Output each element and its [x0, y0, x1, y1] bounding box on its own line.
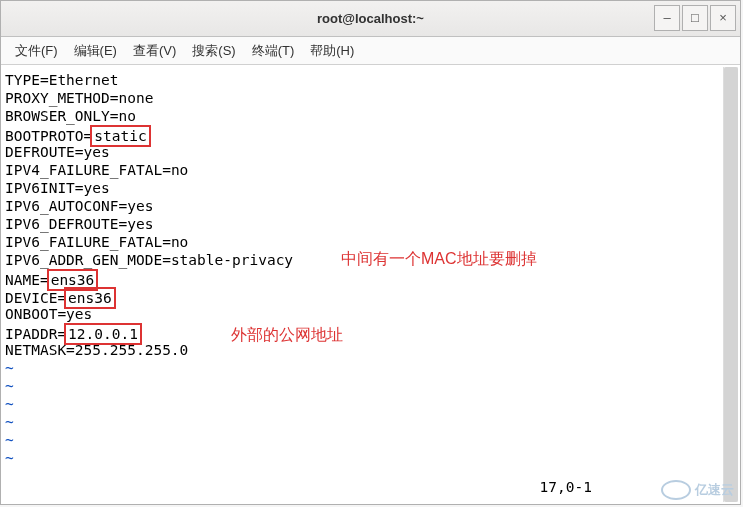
maximize-button[interactable]: □	[682, 5, 708, 31]
config-line-name: NAME=ens36	[5, 269, 720, 287]
config-value: 255.255.255.0	[75, 342, 189, 358]
config-key: BROWSER_ONLY=	[5, 108, 119, 124]
config-key: DEVICE=	[5, 290, 66, 306]
config-value: yes	[127, 216, 153, 232]
config-key: IPV6_FAILURE_FATAL=	[5, 234, 171, 250]
terminal-viewport[interactable]: TYPE=EthernetPROXY_METHOD=noneBROWSER_ON…	[3, 67, 722, 502]
config-key: IPV6_DEFROUTE=	[5, 216, 127, 232]
config-value: no	[119, 108, 136, 124]
config-value: none	[119, 90, 154, 106]
config-line-browser_only: BROWSER_ONLY=no	[5, 107, 720, 125]
config-value: stable-privacy	[171, 252, 293, 268]
vim-tilde: ~	[5, 395, 720, 413]
minimize-button[interactable]: –	[654, 5, 680, 31]
config-key: NETMASK=	[5, 342, 75, 358]
menu-edit[interactable]: 编辑(E)	[66, 38, 125, 64]
config-content: TYPE=EthernetPROXY_METHOD=noneBROWSER_ON…	[5, 71, 720, 359]
config-value: yes	[84, 144, 110, 160]
config-line-bootproto: BOOTPROTO=static	[5, 125, 720, 143]
menu-terminal[interactable]: 终端(T)	[244, 38, 303, 64]
vim-tilde: ~	[5, 359, 720, 377]
annotation-public-ip: 外部的公网地址	[231, 326, 343, 344]
menu-search[interactable]: 搜索(S)	[184, 38, 243, 64]
config-key: IPV4_FAILURE_FATAL=	[5, 162, 171, 178]
config-key: PROXY_METHOD=	[5, 90, 119, 106]
config-value: Ethernet	[49, 72, 119, 88]
config-line-netmask: NETMASK=255.255.255.0	[5, 341, 720, 359]
vim-tilde: ~	[5, 431, 720, 449]
config-line-device: DEVICE=ens36	[5, 287, 720, 305]
config-line-ipv4_failure_fatal: IPV4_FAILURE_FATAL=no	[5, 161, 720, 179]
window-controls: – □ ×	[654, 5, 736, 31]
config-key: IPV6_AUTOCONF=	[5, 198, 127, 214]
vim-tilde: ~	[5, 449, 720, 467]
config-key: IPV6_ADDR_GEN_MODE=	[5, 252, 171, 268]
config-key: IPV6INIT=	[5, 180, 84, 196]
config-key: ONBOOT=	[5, 306, 66, 322]
config-value: yes	[66, 306, 92, 322]
vim-tilde: ~	[5, 413, 720, 431]
terminal-window: root@localhost:~ – □ × 文件(F) 编辑(E) 查看(V)…	[0, 0, 741, 505]
config-value: no	[171, 234, 188, 250]
titlebar: root@localhost:~ – □ ×	[1, 1, 740, 37]
config-value: yes	[127, 198, 153, 214]
config-line-defroute: DEFROUTE=yes	[5, 143, 720, 161]
config-line-proxy_method: PROXY_METHOD=none	[5, 89, 720, 107]
config-line-type: TYPE=Ethernet	[5, 71, 720, 89]
cursor-position: 17,0-1	[540, 478, 592, 496]
watermark-text: 亿速云	[695, 481, 734, 499]
window-title: root@localhost:~	[317, 11, 424, 26]
menubar: 文件(F) 编辑(E) 查看(V) 搜索(S) 终端(T) 帮助(H)	[1, 37, 740, 65]
config-key: NAME=	[5, 272, 49, 288]
annotation-mac-delete: 中间有一个MAC地址要删掉	[341, 250, 537, 268]
config-line-ipv6_defroute: IPV6_DEFROUTE=yes	[5, 215, 720, 233]
config-value: no	[171, 162, 188, 178]
config-line-ipv6_failure_fatal: IPV6_FAILURE_FATAL=no	[5, 233, 720, 251]
vertical-scrollbar[interactable]	[723, 67, 738, 502]
config-value: yes	[84, 180, 110, 196]
watermark: 亿速云	[661, 480, 734, 500]
config-line-onboot: ONBOOT=yes	[5, 305, 720, 323]
config-key: DEFROUTE=	[5, 144, 84, 160]
config-key: IPADDR=	[5, 326, 66, 342]
cloud-icon	[661, 480, 691, 500]
close-button[interactable]: ×	[710, 5, 736, 31]
config-line-ipaddr: IPADDR=12.0.0.1	[5, 323, 720, 341]
config-key: TYPE=	[5, 72, 49, 88]
config-key: BOOTPROTO=	[5, 128, 92, 144]
config-line-ipv6init: IPV6INIT=yes	[5, 179, 720, 197]
config-line-ipv6_autoconf: IPV6_AUTOCONF=yes	[5, 197, 720, 215]
scrollbar-thumb[interactable]	[724, 67, 738, 502]
menu-view[interactable]: 查看(V)	[125, 38, 184, 64]
menu-help[interactable]: 帮助(H)	[302, 38, 362, 64]
menu-file[interactable]: 文件(F)	[7, 38, 66, 64]
vim-tilde: ~	[5, 377, 720, 395]
